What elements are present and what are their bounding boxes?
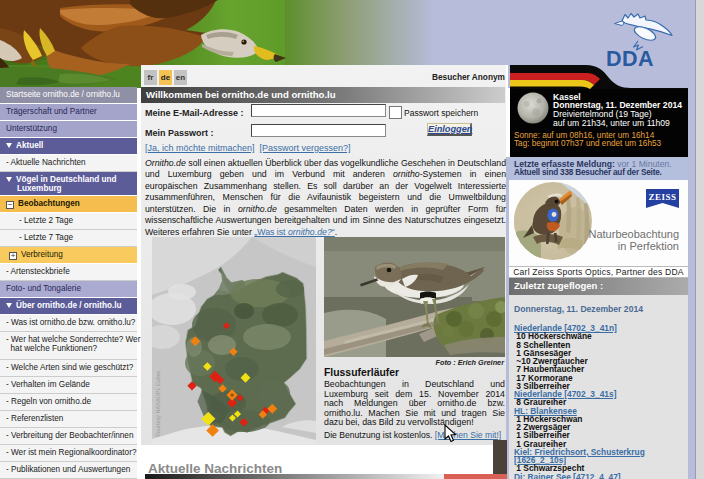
svg-text:ZEISS: ZEISS [648, 192, 676, 202]
svg-text:©ourtesy NASA/JPL Caltec: ©ourtesy NASA/JPL Caltec [155, 370, 161, 437]
